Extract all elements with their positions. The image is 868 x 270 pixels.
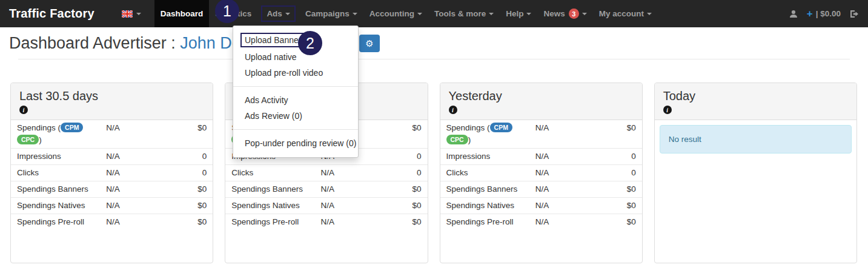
nav-item-my-account[interactable]: My account bbox=[593, 0, 658, 27]
stat-row-spendings-banners: Spendings Banners N/A $0 bbox=[11, 181, 213, 197]
page-header: Dashboard Advertiser : John Doe [jo bbox=[0, 27, 868, 59]
stat-value: 0 bbox=[372, 167, 421, 179]
stat-mid-value: N/A bbox=[535, 200, 587, 212]
info-icon[interactable]: i bbox=[449, 106, 457, 114]
stat-value: $0 bbox=[586, 122, 635, 134]
card-header: Today i bbox=[655, 83, 856, 120]
stat-label: Spendings Pre-roll bbox=[231, 216, 320, 228]
stat-value: $0 bbox=[586, 216, 635, 228]
stat-label-text: Spendings ( bbox=[446, 123, 490, 132]
news-count-badge: 3 bbox=[569, 8, 579, 19]
stat-row-spendings-banners: Spendings Banners N/A $0 bbox=[225, 181, 427, 197]
stat-mid-value: N/A bbox=[320, 167, 372, 179]
chevron-down-icon bbox=[285, 13, 290, 15]
card-body: No result bbox=[655, 120, 856, 263]
stat-label: Spendings (CPM CPC) bbox=[446, 122, 535, 146]
stat-mid-value: N/A bbox=[106, 167, 157, 179]
stat-mid-value: N/A bbox=[535, 183, 587, 195]
stat-mid-value: N/A bbox=[535, 122, 587, 134]
ads-highlight-box: Ads bbox=[261, 5, 296, 22]
stat-label: Clicks bbox=[231, 167, 320, 179]
nav-item-news[interactable]: News 3 bbox=[537, 0, 592, 27]
card-body: Spendings (CPM CPC) N/A $0 Impressions N… bbox=[440, 120, 642, 263]
nav-label: Ads bbox=[267, 9, 282, 18]
logout-icon[interactable] bbox=[849, 9, 860, 19]
chevron-down-icon bbox=[136, 13, 141, 15]
stat-row-clicks: Clicks N/A 0 bbox=[11, 164, 213, 181]
info-icon[interactable]: i bbox=[19, 106, 28, 114]
page: Traffic Factory Dashboard Statistics Ads bbox=[0, 0, 868, 270]
nav-item-tools-and-more[interactable]: Tools & more bbox=[428, 0, 500, 27]
stat-value: $0 bbox=[372, 122, 421, 134]
menu-item-upload-banner[interactable]: Upload Banner bbox=[233, 31, 358, 49]
stat-row-impressions: Impressions N/A 0 bbox=[440, 148, 642, 164]
ads-dropdown-menu: Upload Banner Upload native Upload pre-r… bbox=[233, 25, 359, 158]
stat-mid-value: N/A bbox=[320, 216, 372, 228]
cpm-badge: CPM bbox=[61, 123, 83, 132]
stat-value: 0 bbox=[157, 167, 207, 179]
menu-divider bbox=[233, 129, 358, 130]
account-balance: | $0.00 bbox=[816, 9, 841, 18]
nav-item-ads[interactable]: Ads bbox=[257, 0, 299, 27]
nav-item-accounting[interactable]: Accounting bbox=[363, 0, 428, 27]
stat-mid-value: N/A bbox=[106, 200, 157, 212]
cpm-badge: CPM bbox=[490, 123, 512, 132]
menu-item-upload-native[interactable]: Upload native bbox=[233, 49, 358, 65]
add-funds-icon[interactable]: + bbox=[807, 8, 813, 20]
stat-value: $0 bbox=[372, 183, 421, 195]
brand-logo[interactable]: Traffic Factory bbox=[0, 0, 104, 27]
stat-value: 0 bbox=[157, 150, 207, 163]
stat-mid-value: N/A bbox=[106, 150, 157, 163]
stat-value: $0 bbox=[157, 183, 207, 195]
stat-label: Clicks bbox=[446, 167, 535, 179]
settings-gear-button[interactable]: ⚙ bbox=[359, 35, 380, 52]
stat-label: Spendings Natives bbox=[446, 200, 535, 212]
info-icon[interactable]: i bbox=[663, 106, 672, 114]
nav-label: Tools & more bbox=[434, 9, 486, 18]
stat-label: Clicks bbox=[17, 167, 106, 179]
balance-area[interactable]: + | $0.00 bbox=[807, 8, 841, 20]
stat-value: $0 bbox=[586, 200, 635, 212]
menu-item-ads-activity[interactable]: Ads Activity bbox=[233, 92, 358, 108]
user-icon[interactable] bbox=[789, 9, 798, 19]
card-title: Today bbox=[663, 89, 848, 103]
stat-row-spendings-natives: Spendings Natives N/A $0 bbox=[225, 197, 427, 214]
menu-item-upload-preroll[interactable]: Upload pre-roll video bbox=[233, 65, 358, 81]
menu-item-popunder-review[interactable]: Pop-under pending review (0) bbox=[233, 135, 358, 151]
stat-label: Spendings Pre-roll bbox=[17, 216, 106, 228]
annotation-step-2: 2 bbox=[298, 31, 322, 55]
nav-label: Help bbox=[506, 9, 523, 18]
stat-value: 0 bbox=[586, 167, 635, 179]
stat-mid-value: N/A bbox=[106, 216, 157, 228]
cpc-badge: CPC bbox=[446, 135, 468, 144]
nav-item-help[interactable]: Help bbox=[500, 0, 537, 27]
stat-mid-value: N/A bbox=[320, 183, 372, 195]
stat-value: $0 bbox=[157, 122, 207, 134]
stat-value: $0 bbox=[372, 216, 421, 228]
card-header: Yesterday i bbox=[440, 83, 642, 120]
dashboard-cards: Last 30.5 days i Spendings (CPM CPC) N/A… bbox=[10, 83, 857, 263]
nav-item-dashboard[interactable]: Dashboard bbox=[154, 0, 210, 27]
navbar-right: + | $0.00 bbox=[789, 0, 860, 27]
card-yesterday: Yesterday i Spendings (CPM CPC) N/A $0 I… bbox=[440, 83, 643, 263]
stat-value: $0 bbox=[157, 200, 207, 212]
stat-row-spendings: Spendings (CPM CPC) N/A $0 bbox=[11, 120, 213, 148]
stat-value: $0 bbox=[372, 200, 421, 212]
stat-label-text: ) bbox=[468, 135, 471, 144]
card-last-30-days: Last 30.5 days i Spendings (CPM CPC) N/A… bbox=[10, 83, 213, 263]
stat-label-text: ) bbox=[39, 135, 42, 144]
gear-icon: ⚙ bbox=[365, 38, 373, 49]
nav-label: Campaigns bbox=[305, 9, 350, 18]
stat-row-spendings-preroll: Spendings Pre-roll N/A $0 bbox=[225, 214, 427, 230]
uk-flag-icon bbox=[122, 10, 133, 18]
stat-label: Spendings Banners bbox=[446, 183, 535, 195]
stat-mid-value: N/A bbox=[320, 200, 372, 212]
nav-item-campaigns[interactable]: Campaigns bbox=[299, 0, 363, 27]
menu-item-ads-review[interactable]: Ads Review (0) bbox=[233, 108, 358, 124]
cpc-badge: CPC bbox=[17, 135, 39, 144]
page-title-text: Dashboard Advertiser : bbox=[9, 34, 180, 52]
stat-value: 0 bbox=[372, 150, 421, 163]
stat-row-clicks: Clicks N/A 0 bbox=[440, 164, 642, 181]
stat-label: Impressions bbox=[17, 150, 106, 163]
language-selector[interactable] bbox=[114, 0, 148, 27]
